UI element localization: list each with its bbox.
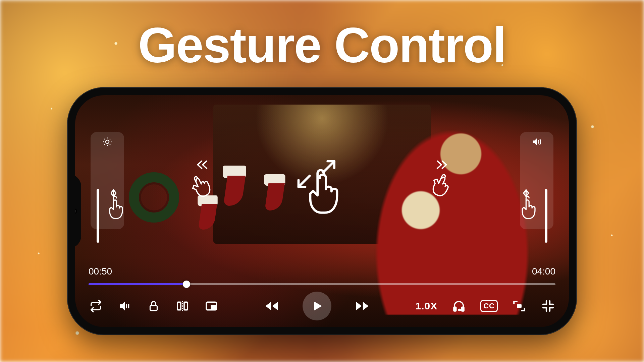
pinch-zoom-gesture	[288, 155, 356, 222]
loop-icon	[90, 300, 102, 312]
swipe-vertical-icon	[104, 189, 127, 223]
aspect-ratio-button[interactable]	[512, 299, 527, 313]
controls-left-group	[89, 299, 219, 313]
page-title: Gesture Control	[0, 17, 644, 74]
svg-line-4	[110, 144, 110, 145]
mirror-icon	[176, 299, 189, 313]
svg-rect-13	[126, 304, 127, 308]
playback-speed-button[interactable]: 1.0X	[416, 300, 438, 312]
pip-icon	[205, 299, 218, 313]
rewind-small-icon	[194, 159, 211, 171]
brightness-track[interactable]	[97, 189, 99, 243]
fullscreen-exit-icon	[541, 299, 555, 313]
svg-line-7	[104, 144, 105, 145]
video-scene-decor	[198, 195, 218, 230]
hand-swipe-right-icon	[428, 171, 455, 199]
swipe-vertical-icon	[517, 189, 540, 223]
svg-point-28	[459, 309, 460, 311]
svg-marker-24	[356, 302, 362, 310]
forward-icon	[355, 299, 370, 313]
total-time-label: 04:00	[532, 266, 555, 277]
svg-marker-12	[120, 302, 125, 311]
svg-marker-25	[363, 302, 369, 310]
volume-gesture-panel[interactable]	[520, 132, 553, 229]
seek-bar[interactable]	[89, 281, 555, 288]
phone-notch	[75, 174, 81, 248]
forward-button[interactable]	[355, 299, 370, 313]
rewind-icon	[264, 299, 279, 313]
audio-track-icon	[452, 299, 466, 313]
controls-center-group	[264, 292, 370, 320]
play-button[interactable]	[303, 292, 331, 320]
svg-marker-22	[272, 302, 278, 310]
svg-marker-21	[266, 302, 271, 310]
loop-button[interactable]	[89, 299, 103, 313]
video-scene-decor	[223, 166, 246, 206]
svg-rect-20	[211, 305, 215, 309]
brightness-icon	[102, 137, 112, 147]
svg-line-11	[323, 161, 334, 172]
current-time-label: 00:50	[89, 266, 112, 277]
seek-thumb[interactable]	[183, 281, 190, 288]
svg-marker-9	[533, 138, 537, 145]
svg-rect-29	[517, 304, 522, 308]
play-icon	[310, 299, 324, 313]
video-scene-decor	[129, 172, 179, 223]
player-controls: 1.0X CC	[89, 294, 555, 318]
svg-rect-26	[454, 307, 456, 311]
phone-frame: 00:50 04:00	[67, 87, 577, 335]
volume-icon	[118, 299, 131, 313]
video-scene-decor	[264, 174, 285, 210]
forward-small-icon	[433, 159, 450, 171]
svg-marker-23	[314, 302, 322, 311]
volume-icon	[532, 137, 542, 147]
seek-fill	[89, 283, 186, 285]
svg-rect-17	[184, 302, 187, 310]
swipe-seek-backward-gesture	[182, 159, 223, 199]
mirror-button[interactable]	[175, 299, 190, 313]
audio-track-button[interactable]	[451, 299, 466, 313]
hand-swipe-left-icon	[189, 171, 216, 199]
svg-point-0	[106, 140, 109, 143]
exit-fullscreen-button[interactable]	[541, 299, 555, 313]
volume-track[interactable]	[545, 189, 547, 243]
video-player-screen[interactable]: 00:50 04:00	[75, 95, 569, 327]
svg-rect-14	[128, 304, 129, 308]
svg-line-10	[299, 176, 310, 187]
rewind-button[interactable]	[264, 299, 279, 313]
svg-line-8	[110, 139, 110, 139]
aspect-ratio-icon	[512, 299, 526, 313]
lock-icon	[148, 300, 160, 312]
mute-button[interactable]	[117, 299, 132, 313]
svg-rect-15	[150, 306, 157, 311]
controls-right-group: 1.0X CC	[416, 299, 556, 313]
brightness-gesture-panel[interactable]	[91, 132, 124, 229]
lock-button[interactable]	[146, 299, 161, 313]
subtitles-button[interactable]: CC	[480, 300, 498, 312]
svg-line-3	[104, 139, 105, 139]
swipe-seek-forward-gesture	[421, 159, 462, 199]
svg-rect-16	[177, 302, 181, 310]
pip-button[interactable]	[204, 299, 219, 313]
